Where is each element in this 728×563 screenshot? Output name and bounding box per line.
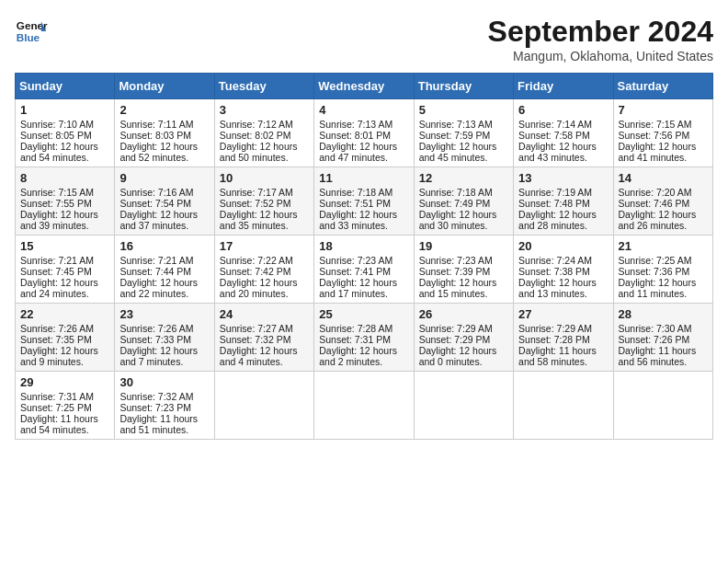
day-number: 1 xyxy=(20,103,109,117)
sunrise-text: Sunrise: 7:13 AM xyxy=(319,119,392,130)
day-number: 4 xyxy=(319,103,408,117)
day-number: 29 xyxy=(20,375,109,389)
calendar-cell xyxy=(414,372,513,440)
page-subtitle: Mangum, Oklahoma, United States xyxy=(488,49,713,63)
sunset-text: Sunset: 7:59 PM xyxy=(419,130,491,141)
daylight-text: Daylight: 12 hours and 26 minutes. xyxy=(619,209,697,231)
daylight-text: Daylight: 12 hours and 37 minutes. xyxy=(119,209,198,231)
calendar-cell: 12 Sunrise: 7:18 AM Sunset: 7:49 PM Dayl… xyxy=(414,167,513,236)
sunrise-text: Sunrise: 7:20 AM xyxy=(619,187,692,198)
sunrise-text: Sunrise: 7:25 AM xyxy=(619,255,692,266)
sunrise-text: Sunrise: 7:28 AM xyxy=(319,323,392,334)
day-number: 17 xyxy=(220,239,309,253)
calendar-table: SundayMondayTuesdayWednesdayThursdayFrid… xyxy=(15,73,713,440)
calendar-cell: 21 Sunrise: 7:25 AM Sunset: 7:36 PM Dayl… xyxy=(613,236,712,304)
page-title: September 2024 xyxy=(488,15,713,49)
sunrise-text: Sunrise: 7:29 AM xyxy=(419,323,493,334)
sunset-text: Sunset: 7:41 PM xyxy=(319,266,391,277)
calendar-week-row: 29 Sunrise: 7:31 AM Sunset: 7:25 PM Dayl… xyxy=(16,372,713,440)
daylight-text: Daylight: 12 hours and 22 minutes. xyxy=(119,277,198,299)
sunset-text: Sunset: 7:32 PM xyxy=(220,334,291,345)
sunrise-text: Sunrise: 7:19 AM xyxy=(518,187,592,198)
sunrise-text: Sunrise: 7:29 AM xyxy=(518,323,592,334)
sunrise-text: Sunrise: 7:23 AM xyxy=(419,255,493,266)
calendar-header-tuesday: Tuesday xyxy=(214,74,313,99)
sunrise-text: Sunrise: 7:11 AM xyxy=(119,119,193,130)
calendar-cell: 10 Sunrise: 7:17 AM Sunset: 7:52 PM Dayl… xyxy=(214,167,313,236)
day-number: 25 xyxy=(319,307,408,321)
sunset-text: Sunset: 7:28 PM xyxy=(518,334,590,345)
calendar-cell xyxy=(613,372,712,440)
daylight-text: Daylight: 12 hours and 52 minutes. xyxy=(119,141,198,163)
day-number: 24 xyxy=(220,307,309,321)
calendar-cell: 11 Sunrise: 7:18 AM Sunset: 7:51 PM Dayl… xyxy=(314,167,414,236)
sunset-text: Sunset: 7:39 PM xyxy=(419,266,491,277)
sunset-text: Sunset: 8:01 PM xyxy=(319,130,391,141)
header: General Blue September 2024 Mangum, Okla… xyxy=(15,15,713,63)
sunrise-text: Sunrise: 7:18 AM xyxy=(419,187,493,198)
day-number: 30 xyxy=(119,375,209,389)
calendar-header-row: SundayMondayTuesdayWednesdayThursdayFrid… xyxy=(16,74,713,99)
day-number: 5 xyxy=(419,103,508,117)
sunset-text: Sunset: 7:25 PM xyxy=(20,402,92,413)
sunset-text: Sunset: 7:52 PM xyxy=(220,198,291,209)
daylight-text: Daylight: 12 hours and 17 minutes. xyxy=(319,277,397,299)
sunset-text: Sunset: 7:23 PM xyxy=(119,402,191,413)
daylight-text: Daylight: 12 hours and 39 minutes. xyxy=(20,209,98,231)
daylight-text: Daylight: 12 hours and 11 minutes. xyxy=(619,277,697,299)
calendar-week-row: 15 Sunrise: 7:21 AM Sunset: 7:45 PM Dayl… xyxy=(16,236,713,304)
daylight-text: Daylight: 11 hours and 56 minutes. xyxy=(619,345,697,367)
daylight-text: Daylight: 12 hours and 0 minutes. xyxy=(419,345,497,367)
sunset-text: Sunset: 8:02 PM xyxy=(220,130,291,141)
calendar-cell: 27 Sunrise: 7:29 AM Sunset: 7:28 PM Dayl… xyxy=(514,304,613,372)
calendar-cell: 7 Sunrise: 7:15 AM Sunset: 7:56 PM Dayli… xyxy=(613,99,712,167)
day-number: 27 xyxy=(518,307,608,321)
sunrise-text: Sunrise: 7:18 AM xyxy=(319,187,392,198)
sunrise-text: Sunrise: 7:26 AM xyxy=(119,323,193,334)
calendar-cell: 16 Sunrise: 7:21 AM Sunset: 7:44 PM Dayl… xyxy=(115,236,214,304)
daylight-text: Daylight: 12 hours and 20 minutes. xyxy=(220,277,298,299)
calendar-cell xyxy=(214,372,313,440)
sunrise-text: Sunrise: 7:31 AM xyxy=(20,391,94,402)
day-number: 10 xyxy=(220,171,309,185)
day-number: 23 xyxy=(119,307,209,321)
sunset-text: Sunset: 7:35 PM xyxy=(20,334,92,345)
calendar-cell: 24 Sunrise: 7:27 AM Sunset: 7:32 PM Dayl… xyxy=(214,304,313,372)
daylight-text: Daylight: 12 hours and 4 minutes. xyxy=(220,345,298,367)
daylight-text: Daylight: 12 hours and 7 minutes. xyxy=(119,345,198,367)
calendar-cell xyxy=(514,372,613,440)
sunset-text: Sunset: 7:26 PM xyxy=(619,334,690,345)
day-number: 6 xyxy=(518,103,608,117)
sunrise-text: Sunrise: 7:17 AM xyxy=(220,187,293,198)
sunrise-text: Sunrise: 7:23 AM xyxy=(319,255,392,266)
daylight-text: Daylight: 12 hours and 13 minutes. xyxy=(518,277,597,299)
sunset-text: Sunset: 7:48 PM xyxy=(518,198,590,209)
daylight-text: Daylight: 12 hours and 15 minutes. xyxy=(419,277,497,299)
sunrise-text: Sunrise: 7:27 AM xyxy=(220,323,293,334)
calendar-cell: 3 Sunrise: 7:12 AM Sunset: 8:02 PM Dayli… xyxy=(214,99,313,167)
day-number: 20 xyxy=(518,239,608,253)
day-number: 3 xyxy=(220,103,309,117)
sunset-text: Sunset: 7:56 PM xyxy=(619,130,690,141)
day-number: 18 xyxy=(319,239,408,253)
calendar-cell: 8 Sunrise: 7:15 AM Sunset: 7:55 PM Dayli… xyxy=(16,167,115,236)
daylight-text: Daylight: 12 hours and 45 minutes. xyxy=(419,141,497,163)
daylight-text: Daylight: 12 hours and 41 minutes. xyxy=(619,141,697,163)
calendar-cell: 22 Sunrise: 7:26 AM Sunset: 7:35 PM Dayl… xyxy=(16,304,115,372)
calendar-header-saturday: Saturday xyxy=(613,74,712,99)
day-number: 11 xyxy=(319,171,408,185)
daylight-text: Daylight: 11 hours and 58 minutes. xyxy=(518,345,597,367)
sunrise-text: Sunrise: 7:14 AM xyxy=(518,119,592,130)
calendar-header-sunday: Sunday xyxy=(16,74,115,99)
day-number: 9 xyxy=(119,171,209,185)
day-number: 2 xyxy=(119,103,209,117)
sunrise-text: Sunrise: 7:26 AM xyxy=(20,323,94,334)
daylight-text: Daylight: 12 hours and 9 minutes. xyxy=(20,345,98,367)
sunset-text: Sunset: 8:05 PM xyxy=(20,130,92,141)
sunrise-text: Sunrise: 7:13 AM xyxy=(419,119,493,130)
daylight-text: Daylight: 12 hours and 35 minutes. xyxy=(220,209,298,231)
sunset-text: Sunset: 7:36 PM xyxy=(619,266,690,277)
sunset-text: Sunset: 7:51 PM xyxy=(319,198,391,209)
daylight-text: Daylight: 11 hours and 54 minutes. xyxy=(20,413,98,435)
day-number: 19 xyxy=(419,239,508,253)
